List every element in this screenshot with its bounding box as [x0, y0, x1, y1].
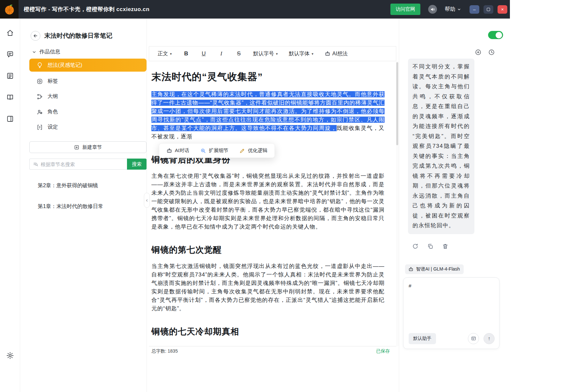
settings-icon[interactable]: [6, 352, 14, 359]
sidebar-item-label: 角色: [48, 108, 58, 115]
chevron-left-icon: ‹: [146, 197, 148, 203]
sidebar-item-outline[interactable]: 大纲: [29, 89, 147, 104]
delete-icon[interactable]: [442, 243, 448, 249]
sidebar-item-label: 大纲: [48, 93, 58, 100]
sidebar-header: 末法时代的散修日常笔记: [31, 31, 147, 41]
editor-toolbar: 正文 ▾ B U I S 默认字号 ▾ 默认字体 ▾ AI想法: [149, 46, 396, 61]
selection-ai-menu: AI对话 扩展细节 优化逻辑: [159, 143, 275, 158]
ai-panel: 不同文明分支，掌握着灵气本质的不同解读。每次主角与他们共鸣，不仅获取信息，更是在…: [399, 19, 510, 392]
ai-response: 不同文明分支，掌握着灵气本质的不同解读。每次主角与他们共鸣，不仅获取信息，更是在…: [408, 59, 474, 234]
chapter-list: 第2章：意外获得的破铜镜 第1章：末法时代的散修日常: [29, 177, 147, 215]
font-size-value: 默认字号: [253, 50, 274, 57]
reading-icon[interactable]: [6, 93, 14, 101]
font-size-select[interactable]: 默认字号 ▾: [253, 50, 278, 57]
paragraph-style-value: 正文: [158, 50, 168, 57]
chevron-down-icon: [457, 7, 461, 11]
feedback-icon[interactable]: [6, 50, 14, 58]
search-icon: [33, 161, 38, 167]
outline-icon: [36, 93, 43, 100]
paragraph-3: 当主角第七次激活铜镜时，镜面突然浮现出从未有过的蓝色光纹，一道虚影从中走出——自…: [151, 262, 385, 313]
sidebar-item-tags[interactable]: 标签: [29, 74, 147, 89]
ai-ideas-label: AI想法: [332, 50, 348, 57]
sidebar-item-settings[interactable]: 设定: [29, 119, 147, 135]
back-button[interactable]: [31, 31, 40, 41]
ai-ideas-button[interactable]: AI想法: [325, 50, 348, 57]
workspace-icon[interactable]: [6, 115, 14, 123]
ai-chat-button[interactable]: AI对话: [166, 147, 189, 154]
chapter-search-input[interactable]: [41, 161, 124, 167]
regenerate-icon[interactable]: [412, 243, 418, 249]
expand-detail-label: 扩展细节: [209, 147, 228, 154]
help-menu[interactable]: 帮助: [445, 6, 461, 13]
collapse-sidebar-handle[interactable]: ‹: [144, 193, 150, 208]
chapter-item[interactable]: 第2章：意外获得的破铜镜: [29, 177, 147, 194]
paragraph-style-select[interactable]: 正文 ▾: [158, 50, 172, 57]
square-plus-icon: [74, 145, 79, 150]
save-status: 已保存: [376, 348, 390, 354]
ai-input-card: # 默认助手 ↑: [403, 277, 499, 349]
template-icon: [471, 336, 476, 341]
window-minimize-button[interactable]: –: [470, 5, 479, 14]
sidebar-item-label: 标签: [48, 78, 58, 85]
app-logo-icon: [0, 0, 19, 19]
caret-down-icon: ▾: [276, 52, 278, 56]
default-assistant-button[interactable]: 默认助手: [409, 333, 436, 344]
paragraph-1: 主角发现，在这个灵气稀薄的末法时代，普通修真者无法直接吸收天地灵气。而他意外获得…: [151, 90, 385, 141]
scrollbar-thumb[interactable]: [396, 62, 398, 145]
ai-panel-toggle[interactable]: [488, 31, 503, 39]
announcement-icon[interactable]: [428, 5, 437, 14]
copy-icon[interactable]: [427, 243, 433, 249]
window-maximize-button[interactable]: [484, 5, 493, 14]
expand-detail-button[interactable]: 扩展细节: [200, 147, 228, 154]
model-selector[interactable]: 智谱AI | GLM-4-Flash: [405, 264, 464, 274]
chapter-search-box: [29, 159, 127, 170]
character-icon: [36, 109, 43, 115]
home-icon[interactable]: [6, 29, 14, 37]
caret-down-icon: ▾: [312, 52, 314, 56]
main-area: 末法时代的散修日常笔记 作品信息 想法(灵感笔记) 标签: [0, 19, 510, 392]
italic-button[interactable]: I: [218, 50, 225, 57]
underline-button[interactable]: U: [201, 50, 207, 57]
chapter-search: 搜索: [29, 159, 147, 170]
chapter-item[interactable]: 第1章：末法时代的散修日常: [29, 198, 147, 215]
visit-site-button[interactable]: 访问官网: [390, 4, 420, 15]
search-button[interactable]: 搜索: [127, 159, 147, 170]
pencil-icon: [239, 148, 245, 154]
paragraph-2: 主角在第七次使用“灵气收集器”时，铜镜突然显现出从未见过的纹路，并投射出一道虚影…: [151, 172, 385, 231]
robot-icon: [325, 51, 330, 57]
sidebar-item-label: 想法(灵感笔记): [48, 62, 82, 69]
optimize-logic-button[interactable]: 优化逻辑: [239, 147, 267, 154]
close-icon: ×: [501, 7, 504, 12]
ai-input[interactable]: #: [409, 283, 494, 289]
magnifier-icon: [200, 148, 206, 154]
strikethrough-button[interactable]: S: [236, 50, 242, 57]
new-conversation-icon[interactable]: [475, 49, 482, 56]
document-title: 末法时代的散修日常笔记: [44, 32, 112, 40]
word-count: 总字数: 1835: [151, 348, 178, 354]
maximize-icon: [487, 8, 490, 11]
send-button[interactable]: ↑: [484, 333, 495, 344]
template-library-button[interactable]: [468, 333, 479, 344]
font-family-value: 默认字体: [289, 50, 310, 57]
robot-icon: [166, 148, 172, 154]
new-chapter-label: 新建章节: [82, 144, 102, 150]
editor-scrollbar[interactable]: [396, 61, 399, 346]
section-heading: 铜镜的第七次觉醒: [151, 244, 385, 256]
history-icon[interactable]: [488, 49, 495, 56]
bold-button[interactable]: B: [183, 50, 190, 57]
font-family-select[interactable]: 默认字体 ▾: [289, 50, 314, 57]
caret-down-icon: ▾: [170, 52, 172, 56]
robot-icon: [408, 267, 414, 272]
editor-content[interactable]: 末法时代的“灵气收集器” 主角发现，在这个灵气稀薄的末法时代，普通修真者无法直接…: [147, 61, 399, 346]
sidebar: 末法时代的散修日常笔记 作品信息 想法(灵感笔记) 标签: [20, 19, 147, 392]
articles-icon[interactable]: [6, 72, 14, 80]
ai-input-actions: 默认助手 ↑: [409, 333, 495, 344]
work-info-section-toggle[interactable]: 作品信息: [32, 49, 147, 55]
new-chapter-button[interactable]: 新建章节: [29, 141, 147, 153]
model-name: 智谱AI | GLM-4-Flash: [416, 266, 460, 272]
arrow-up-icon: ↑: [488, 336, 490, 342]
sidebar-item-ideas[interactable]: 想法(灵感笔记): [29, 59, 147, 72]
section-label: 作品信息: [39, 49, 60, 55]
sidebar-item-characters[interactable]: 角色: [29, 104, 147, 119]
window-close-button[interactable]: ×: [498, 5, 507, 14]
